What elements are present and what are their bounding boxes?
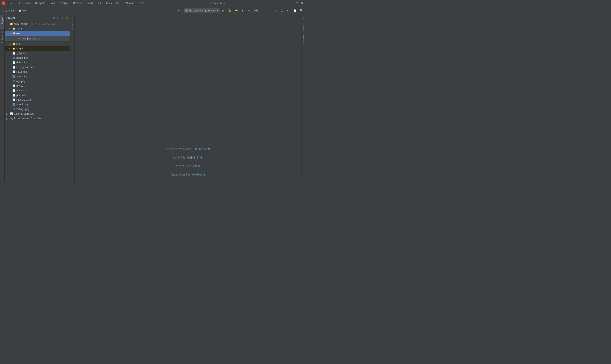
ant-tab[interactable]: Ant xyxy=(302,15,306,22)
git-pull-btn[interactable]: ⏱ xyxy=(279,8,285,13)
close-panel-icon[interactable]: ✕ xyxy=(65,16,68,20)
tree-easy-jenkins-iml[interactable]: ▶ 📄 easy-jenkins.iml xyxy=(5,65,70,69)
navigate-back-button[interactable]: ⟵ xyxy=(177,8,183,13)
src-arrow: ▶ xyxy=(9,43,12,45)
menu-window[interactable]: Window xyxy=(125,1,135,5)
tree-debug-log[interactable]: ▶ 📄 debug.log xyxy=(5,60,70,65)
run-config-name: EasyJenkinsApplication xyxy=(189,9,216,12)
minimize-button[interactable]: ─ xyxy=(290,1,294,5)
menu-analyze[interactable]: Analyze xyxy=(59,1,70,5)
tree-target[interactable]: ▶ 📁 target xyxy=(5,46,70,51)
tree-help-md[interactable]: ▶ 📄 HELP.md xyxy=(5,69,70,74)
hint-recent: Recent Files Ctrl+E xyxy=(175,164,201,168)
structure-tab-vert[interactable]: Z: Structure xyxy=(71,15,74,31)
git-history-btn[interactable]: 📋 xyxy=(292,8,297,13)
tree-easy-jenkins-exe[interactable]: ▶ ⚙ easy-jenkins.exe xyxy=(6,36,69,41)
tree-pom-xml[interactable]: ▶ 📄 pom.xml xyxy=(5,93,70,98)
breadcrumb-item[interactable]: exe xyxy=(23,9,27,12)
readme-md-label: README.md xyxy=(16,98,31,101)
menu-build[interactable]: Build xyxy=(86,1,93,5)
tree-mvnw[interactable]: ▶ 📄 mvnw xyxy=(5,84,70,88)
editor-placeholder[interactable]: Search Everywhere Double Shift Go to Fil… xyxy=(75,15,301,182)
tree-mvnw-cmd[interactable]: ▶ 📄 mvnw.cmd xyxy=(5,88,70,93)
root-path: D:\IDEA_SPAN\easy-jenkins xyxy=(30,23,57,25)
settings-icon[interactable]: ⚙ xyxy=(61,16,64,20)
menu-edit[interactable]: Edit xyxy=(16,1,22,5)
record-png-icon: 🖼 xyxy=(12,103,15,106)
tree-src[interactable]: ▶ 📁 src xyxy=(5,41,70,46)
menu-file[interactable]: File xyxy=(8,1,13,5)
menu-refactor[interactable]: Refactor xyxy=(72,1,84,5)
readme-md-icon: 📄 xyxy=(12,98,15,101)
editor-area: Search Everywhere Double Shift Go to Fil… xyxy=(75,15,301,182)
tree-logo-png[interactable]: ▶ 🖼 logo.png xyxy=(5,79,70,84)
more-run-button[interactable]: ▾ xyxy=(240,8,245,13)
tree-idea[interactable]: ▶ 📁 .idea xyxy=(5,26,70,31)
hint-drop-text: Drop files here to open xyxy=(173,181,203,182)
root-arrow: ▾ xyxy=(6,23,9,25)
tree-settings-png[interactable]: ▶ 🖼 settings.png xyxy=(5,107,70,112)
exe-file-label: easy-jenkins.exe xyxy=(21,37,40,40)
mvnw-cmd-label: mvnw.cmd xyxy=(16,89,28,92)
maximize-button[interactable]: □ xyxy=(295,1,299,5)
app-logo: IJ xyxy=(2,1,5,5)
stop-button[interactable]: ■ xyxy=(246,8,252,13)
mc-arrow: ▶ xyxy=(9,90,12,92)
settings-png-icon: 🖼 xyxy=(12,108,15,111)
collapse-all-icon[interactable]: ⊟ xyxy=(57,16,60,20)
tree-home-png[interactable]: ▶ 🖼 home.png xyxy=(5,74,70,79)
external-libs-label: External Libraries xyxy=(14,112,34,115)
exe-file-container: ▶ ⚙ easy-jenkins.exe xyxy=(5,36,69,41)
menu-run[interactable]: Run xyxy=(96,1,103,5)
titlebar-menu: IJ File Edit View Navigate Code Analyze … xyxy=(2,1,145,5)
hint-nav-key: Alt+Home xyxy=(192,173,205,176)
hint-recent-text: Recent Files xyxy=(175,164,191,168)
iml-icon: 📄 xyxy=(12,66,15,69)
git-commit-btn[interactable]: ✓ xyxy=(266,8,272,13)
tree-scratches[interactable]: ▶ 🔧 Scratches and Consoles xyxy=(5,116,70,121)
favorites-tab-vert[interactable]: 2: Favorites xyxy=(0,29,4,45)
project-panel-header: Project ▾ ⊕ ⊟ ⚙ ✕ xyxy=(5,15,70,21)
tree-record-png[interactable]: ▶ 🖼 record.png xyxy=(5,102,70,107)
iml-label: easy-jenkins.iml xyxy=(16,66,34,69)
exe-file-arrow: ▶ xyxy=(14,38,17,40)
project-tab[interactable]: 1: Project xyxy=(0,15,4,29)
maven-tab[interactable]: Maven xyxy=(302,22,306,33)
menu-vcs[interactable]: VCS xyxy=(115,1,122,5)
run-config-selector[interactable]: EasyJenkinsApplication ▾ xyxy=(184,8,220,13)
run-coverage-button[interactable]: ⚡ xyxy=(233,8,239,13)
tree-gitignore[interactable]: ▶ 📄 .gitignore xyxy=(5,51,70,55)
tree-readme-md[interactable]: ▶ 📄 README.md xyxy=(5,98,70,102)
menu-tools[interactable]: Tools xyxy=(105,1,113,5)
hint-goto-text: Go to File xyxy=(173,156,186,159)
project-tree: ▾ 📁 easy-jenkins D:\IDEA_SPAN\easy-jenki… xyxy=(5,21,70,182)
home-png-label: home.png xyxy=(16,75,27,78)
breadcrumb-folder-icon: 📁 xyxy=(18,9,22,12)
menu-code[interactable]: Code xyxy=(49,1,56,5)
locate-file-icon[interactable]: ⊕ xyxy=(53,16,56,20)
toolbar-separator-1 xyxy=(253,9,253,13)
debug-button[interactable]: 🐛 xyxy=(227,8,233,13)
menu-navigate[interactable]: Navigate xyxy=(34,1,46,5)
close-button[interactable]: ✕ xyxy=(300,1,304,5)
hint-recent-key: Ctrl+E xyxy=(193,164,201,168)
hint-nav: Navigation Bar Alt+Home xyxy=(171,173,205,176)
tree-root[interactable]: ▾ 📁 easy-jenkins D:\IDEA_SPAN\easy-jenki… xyxy=(5,22,70,26)
tree-branch-png[interactable]: ▶ 🖼 branch.png xyxy=(5,55,70,60)
search-everywhere-btn[interactable]: 🔍 xyxy=(298,8,304,13)
menu-view[interactable]: View xyxy=(25,1,32,5)
project-header-icons: ⊕ ⊟ ⚙ ✕ xyxy=(53,16,68,20)
git-push-btn[interactable]: ↑ xyxy=(273,8,278,13)
menu-help[interactable]: Help xyxy=(138,1,145,5)
run-button[interactable]: ▶ xyxy=(221,8,226,13)
git-undo-btn[interactable]: ↩ xyxy=(286,8,291,13)
breadcrumb-root[interactable]: easy-jenkins xyxy=(2,9,16,12)
tree-external-libs[interactable]: ▶ 📊 External Libraries xyxy=(5,112,70,116)
hint-drop: Drop files here to open xyxy=(173,181,203,182)
git-check-btn[interactable]: ✓ xyxy=(260,8,266,13)
hint-search: Search Everywhere Double Shift xyxy=(166,147,210,151)
project-dropdown-icon[interactable]: ▾ xyxy=(17,17,18,19)
tree-exe[interactable]: ▾ 📁 exe xyxy=(5,31,70,36)
sc-arrow: ▶ xyxy=(6,117,9,120)
database-tab[interactable]: Database xyxy=(302,33,306,46)
